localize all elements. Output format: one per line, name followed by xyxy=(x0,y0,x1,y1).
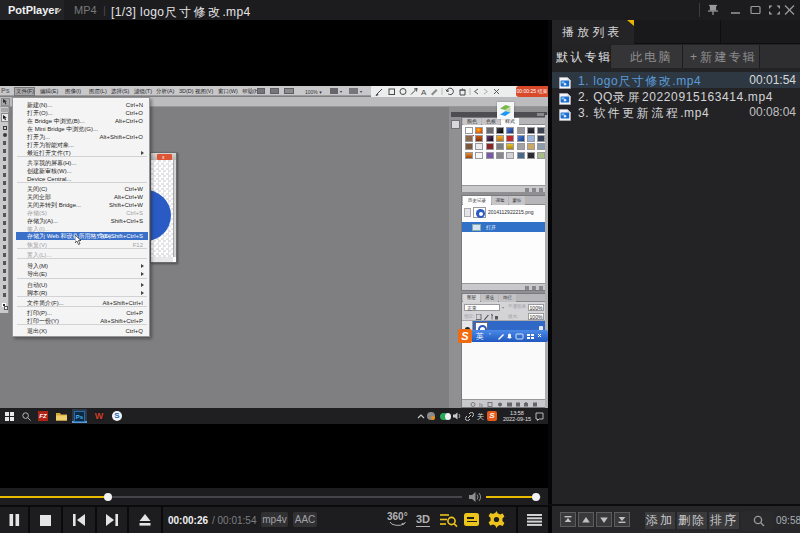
svg-text:A: A xyxy=(421,88,427,97)
svg-text:fx: fx xyxy=(479,402,483,407)
